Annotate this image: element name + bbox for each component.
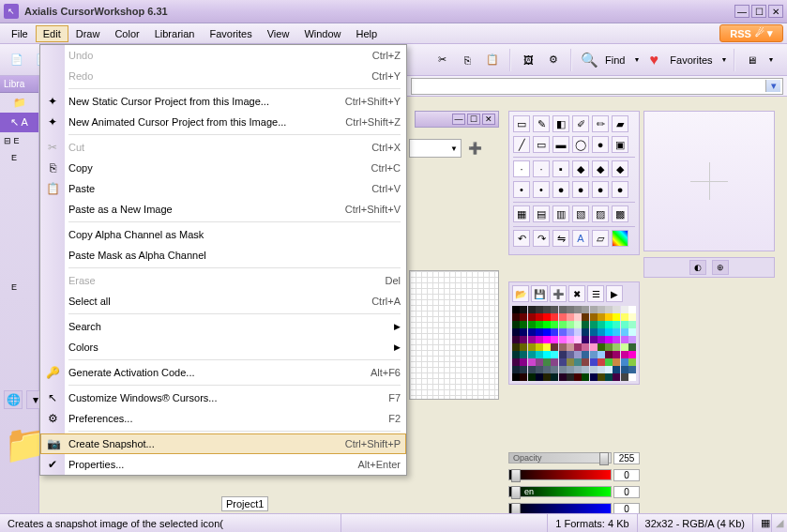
color-swatch[interactable] xyxy=(536,351,543,358)
format-combo[interactable]: ▼ xyxy=(409,139,462,158)
color-swatch[interactable] xyxy=(621,336,628,343)
color-swatch[interactable] xyxy=(628,321,636,328)
chevron-down-icon[interactable]: ▾ xyxy=(765,80,780,92)
color-swatch[interactable] xyxy=(590,358,598,366)
color-swatch[interactable] xyxy=(559,336,567,343)
color-swatch[interactable] xyxy=(598,306,605,313)
filled-ellipse-tool[interactable]: ● xyxy=(592,136,609,153)
palette-add-button[interactable]: ➕ xyxy=(550,285,567,302)
menu-item-new-animated-cursor-project-from-this-image[interactable]: ✦New Animated Cursor Project from this I… xyxy=(40,112,406,132)
menu-item-paste[interactable]: 📋PasteCtrl+V xyxy=(40,178,406,199)
color-swatch[interactable] xyxy=(543,321,551,328)
palette-open-button[interactable]: 📂 xyxy=(512,285,529,302)
monitor-dropdown[interactable]: ▼ xyxy=(768,56,775,63)
color-swatch[interactable] xyxy=(520,313,527,321)
brush-size-3[interactable]: ▪ xyxy=(552,160,569,177)
brush-size-6[interactable]: ◆ xyxy=(612,160,628,177)
menu-item-generate-activation-code[interactable]: 🔑Generate Activation Code...Alt+F6 xyxy=(40,362,406,383)
color-swatch[interactable] xyxy=(598,313,605,321)
close-button[interactable]: ✕ xyxy=(768,5,783,18)
color-swatch[interactable] xyxy=(512,351,520,358)
monitor-button[interactable]: 🖥 xyxy=(741,49,764,71)
color-swatch[interactable] xyxy=(543,358,551,366)
find-dropdown[interactable]: ▼ xyxy=(633,56,640,63)
menu-help[interactable]: Help xyxy=(349,25,386,42)
color-swatch[interactable] xyxy=(590,306,598,313)
brush-size-2[interactable]: · xyxy=(533,160,550,177)
color-swatch[interactable] xyxy=(528,328,536,336)
color-swatch[interactable] xyxy=(551,358,558,366)
color-swatch[interactable] xyxy=(551,336,558,343)
menu-item-select-all[interactable]: Select allCtrl+A xyxy=(40,291,406,312)
gradient-4[interactable]: ▧ xyxy=(572,205,589,222)
cut-button[interactable]: ✂ xyxy=(431,49,453,71)
color-swatch[interactable] xyxy=(628,328,636,336)
tree-leaf-1[interactable]: E xyxy=(0,149,38,166)
color-swatch[interactable] xyxy=(543,366,551,373)
contrast-button[interactable]: ◐ xyxy=(689,260,706,275)
color-swatch[interactable] xyxy=(628,306,636,313)
color-swatch[interactable] xyxy=(605,306,613,313)
color-swatch[interactable] xyxy=(628,351,636,358)
color-swatch[interactable] xyxy=(528,343,536,351)
brush-round-1[interactable]: • xyxy=(513,181,530,198)
color-swatch[interactable] xyxy=(559,313,567,321)
color-swatch[interactable] xyxy=(628,366,636,373)
brush-round-5[interactable]: ● xyxy=(592,181,609,198)
brush-round-6[interactable]: ● xyxy=(612,181,628,198)
color-swatch[interactable] xyxy=(621,373,628,381)
settings-button[interactable]: ⚙ xyxy=(542,49,565,71)
color-swatch[interactable] xyxy=(582,336,589,343)
menu-item-preferences[interactable]: ⚙Preferences...F2 xyxy=(40,408,406,429)
color-swatch[interactable] xyxy=(520,366,527,373)
color-swatch[interactable] xyxy=(512,366,520,373)
menu-favorites[interactable]: Favorites xyxy=(202,25,259,42)
gradient-3[interactable]: ▥ xyxy=(552,205,569,222)
color-swatch[interactable] xyxy=(621,358,628,366)
color-swatch[interactable] xyxy=(559,351,567,358)
color-swatch[interactable] xyxy=(574,328,582,336)
favorites-label[interactable]: Favorites xyxy=(670,54,712,66)
color-swatch[interactable] xyxy=(605,313,613,321)
color-swatch[interactable] xyxy=(628,313,636,321)
color-tool[interactable] xyxy=(612,230,628,247)
crop-tool[interactable]: ▱ xyxy=(592,230,609,247)
color-swatch[interactable] xyxy=(590,343,598,351)
color-swatch[interactable] xyxy=(621,313,628,321)
color-swatch[interactable] xyxy=(621,328,628,336)
color-swatch[interactable] xyxy=(628,373,636,381)
color-swatch[interactable] xyxy=(582,358,589,366)
menu-item-properties[interactable]: ✔Properties...Alt+Enter xyxy=(40,454,406,475)
color-swatch[interactable] xyxy=(598,373,605,381)
color-swatch[interactable] xyxy=(528,336,536,343)
color-swatch[interactable] xyxy=(582,343,589,351)
menu-edit[interactable]: Edit xyxy=(36,25,68,42)
color-swatch[interactable] xyxy=(543,306,551,313)
color-swatch[interactable] xyxy=(536,313,543,321)
palette-save-button[interactable]: 💾 xyxy=(531,285,548,302)
color-swatch[interactable] xyxy=(590,336,598,343)
color-swatch[interactable] xyxy=(590,351,598,358)
color-swatch[interactable] xyxy=(582,313,589,321)
color-swatch[interactable] xyxy=(582,366,589,373)
green-value[interactable]: 0 xyxy=(613,486,640,498)
color-swatch[interactable] xyxy=(574,358,582,366)
find-icon[interactable]: 🔍 xyxy=(578,49,600,71)
color-swatch[interactable] xyxy=(605,351,613,358)
color-swatch[interactable] xyxy=(613,373,620,381)
red-slider[interactable] xyxy=(508,469,612,480)
color-swatch[interactable] xyxy=(559,358,567,366)
color-swatch[interactable] xyxy=(543,351,551,358)
doc-minimize-button[interactable]: — xyxy=(452,114,465,125)
menu-item-copy[interactable]: ⎘CopyCtrl+C xyxy=(40,158,406,178)
color-swatch[interactable] xyxy=(613,328,620,336)
color-swatch[interactable] xyxy=(528,366,536,373)
favorites-icon[interactable]: ♥ xyxy=(643,49,665,71)
color-swatch[interactable] xyxy=(567,313,574,321)
color-swatch[interactable] xyxy=(621,366,628,373)
color-swatch[interactable] xyxy=(567,358,574,366)
color-swatch[interactable] xyxy=(613,306,620,313)
brush-round-4[interactable]: ● xyxy=(572,181,589,198)
brush-size-1[interactable]: · xyxy=(513,160,530,177)
line-tool[interactable]: ╱ xyxy=(513,136,530,153)
